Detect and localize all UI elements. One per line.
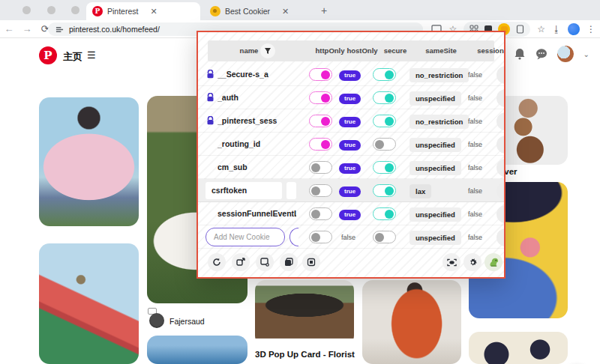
export-icon [236, 258, 245, 267]
cookie-row[interactable]: __Secure-s_atrueno_restrictionfalse [198, 63, 506, 86]
pin-author-name[interactable]: Fajersaud [170, 317, 205, 326]
cookie-name[interactable]: __Secure-s_a [218, 70, 268, 79]
cookie-row[interactable]: Add New Cookiefalseunspecifiedfalse [198, 225, 506, 249]
back-icon[interactable]: ← [0, 23, 18, 34]
import-button[interactable] [256, 253, 274, 271]
secure-toggle[interactable] [373, 138, 396, 151]
httponly-toggle[interactable] [309, 161, 332, 174]
pin-flower-dress-illustration[interactable] [39, 97, 139, 226]
cookie-row[interactable]: cm_subtrueunspecifiedfalse [198, 156, 506, 179]
window-minimize-button[interactable] [47, 6, 56, 14]
menu-burger-icon[interactable]: ☰ [87, 49, 96, 61]
httponly-toggle[interactable] [309, 231, 332, 243]
row-action-button[interactable] [496, 205, 506, 223]
pin-author-avatar[interactable] [149, 313, 164, 328]
tab-close-icon[interactable]: ✕ [150, 7, 157, 16]
cookie-row[interactable]: sessionFunnelEventLotrueunspecifiedfalse [198, 202, 506, 225]
cookie-name[interactable]: cm_sub [218, 163, 248, 172]
httponly-toggle[interactable] [309, 138, 332, 151]
secure-toggle[interactable] [373, 115, 396, 127]
samesite-value[interactable]: unspecified [410, 91, 461, 106]
secure-toggle[interactable] [373, 161, 396, 174]
chrome-menu-icon[interactable]: ⋮ [586, 25, 596, 34]
tab-close-icon[interactable]: ✕ [282, 7, 289, 16]
hostonly-badge: true [339, 117, 361, 127]
pinterest-favicon: P [92, 6, 103, 16]
cookie-row[interactable]: _pinterest_sesstrueno_restrictionfalse [198, 109, 506, 133]
samesite-value[interactable]: no_restriction [410, 68, 469, 82]
new-tab-button[interactable]: + [321, 4, 327, 16]
window-close-button[interactable] [22, 6, 31, 14]
messages-chat-icon[interactable] [536, 48, 548, 60]
dino-mascot-button[interactable] [484, 253, 502, 271]
delete-button[interactable] [302, 253, 320, 271]
tab-best-cookier[interactable]: Best Cookier ✕ [204, 2, 315, 20]
row-action-button[interactable] [496, 89, 506, 107]
httponly-toggle[interactable] [309, 68, 332, 81]
pin-kids-illustration[interactable] [469, 332, 568, 364]
samesite-value[interactable]: unspecified [410, 138, 461, 152]
secure-toggle[interactable] [373, 184, 396, 197]
row-action-button[interactable] [496, 112, 506, 130]
page-extension-icon[interactable] [516, 25, 524, 34]
chevron-down-icon[interactable]: ⌄ [584, 50, 590, 58]
pin-florist-card[interactable] [255, 280, 354, 346]
cookie-value-input[interactable] [286, 182, 296, 199]
httponly-toggle[interactable] [309, 184, 332, 197]
row-action-button[interactable] [496, 228, 506, 246]
settings-button[interactable] [464, 253, 482, 271]
forward-icon[interactable]: → [18, 23, 36, 34]
add-cookie-value-input[interactable] [290, 228, 298, 246]
chrome-profile-avatar[interactable] [568, 23, 580, 35]
session-value: false [468, 71, 482, 79]
samesite-value[interactable]: lax [410, 184, 431, 198]
row-action-button[interactable] [496, 66, 506, 84]
notifications-bell-icon[interactable] [514, 48, 526, 60]
filter-button[interactable] [260, 43, 275, 58]
pin-watermelon-illustration[interactable] [39, 243, 139, 364]
cookie-name[interactable]: sessionFunnelEventLo [218, 209, 296, 218]
fullscreen-button[interactable] [442, 253, 460, 271]
httponly-toggle[interactable] [309, 207, 332, 220]
cookie-name[interactable]: _auth [218, 93, 238, 102]
download-icon[interactable]: ⭳ [552, 25, 561, 34]
samesite-value[interactable]: no_restriction [410, 115, 469, 129]
cookie-name[interactable]: csrftoken [206, 182, 282, 199]
session-value: false [468, 187, 482, 195]
samesite-value[interactable]: unspecified [410, 161, 461, 175]
hostonly-badge: true [339, 186, 361, 197]
site-settings-icon[interactable] [56, 25, 64, 34]
copy-button[interactable] [280, 253, 298, 271]
httponly-toggle[interactable] [309, 115, 332, 127]
add-cookie-input[interactable]: Add New Cookie [206, 228, 285, 246]
export-button[interactable] [232, 253, 250, 271]
cookie-name[interactable]: _pinterest_sess [218, 116, 277, 125]
row-action-button[interactable] [496, 159, 506, 177]
secure-toggle[interactable] [373, 207, 396, 220]
samesite-value[interactable]: unspecified [410, 231, 461, 245]
dino-mascot-icon [488, 257, 500, 267]
nav-home[interactable]: 主页 [63, 50, 82, 64]
secure-toggle[interactable] [373, 231, 396, 243]
secure-toggle[interactable] [373, 68, 396, 81]
hostonly-badge: true [339, 163, 361, 174]
pinterest-logo[interactable]: P [39, 46, 57, 64]
refresh-icon [212, 258, 221, 267]
samesite-value[interactable]: unspecified [410, 207, 461, 222]
cookie-row[interactable]: csrftokentruelaxfalse [198, 179, 506, 202]
httponly-toggle[interactable] [309, 91, 332, 104]
secure-toggle[interactable] [373, 91, 396, 104]
cookie-name[interactable]: _routing_id [218, 139, 260, 148]
cookie-row[interactable]: _routing_idtrueunspecifiedfalse [198, 133, 506, 156]
pin-orange-outfit-photo[interactable] [362, 280, 461, 364]
window-zoom-button[interactable] [71, 6, 80, 14]
pin-title-florist[interactable]: 3D Pop Up Card - Florist [255, 350, 355, 359]
row-action-button[interactable] [496, 182, 506, 200]
tab-pinterest[interactable]: P Pinterest ✕ [86, 2, 200, 20]
cookie-row[interactable]: _authtrueunspecifiedfalse [198, 86, 506, 109]
row-action-button[interactable] [496, 136, 506, 154]
pinterest-user-avatar[interactable] [557, 46, 574, 62]
side-panel-star-icon[interactable]: ☆ [537, 25, 545, 34]
refresh-button[interactable] [208, 253, 226, 271]
pin-ocean-photo[interactable] [147, 336, 248, 364]
